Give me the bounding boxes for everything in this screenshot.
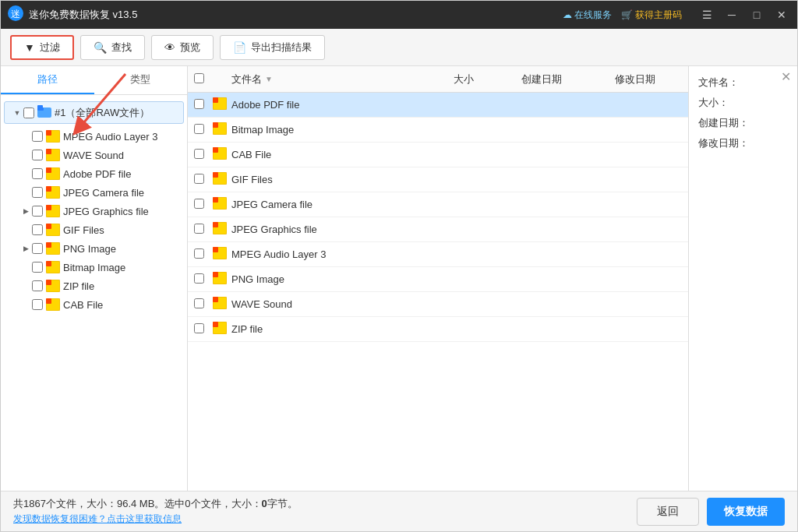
tree-item[interactable]: GIF Files bbox=[1, 220, 187, 239]
svg-rect-46 bbox=[213, 322, 218, 327]
table-row[interactable]: JPEG Graphics file bbox=[188, 217, 688, 242]
svg-rect-6 bbox=[37, 105, 43, 108]
table-row[interactable]: ZIP file bbox=[188, 317, 688, 342]
tree-item-label: WAVE Sound bbox=[63, 150, 124, 161]
search-button[interactable]: 🔍 查找 bbox=[80, 35, 145, 60]
table-row[interactable]: CAB File bbox=[188, 143, 688, 167]
tree-item-checkbox[interactable] bbox=[32, 299, 43, 310]
file-row-icon bbox=[213, 322, 231, 336]
tab-path[interactable]: 路径 bbox=[1, 66, 94, 94]
file-name: Bitmap Image bbox=[231, 124, 433, 136]
info-size-label: 大小： bbox=[698, 96, 788, 110]
tree-item[interactable]: Adobe PDF file bbox=[1, 164, 187, 183]
left-panel: 路径 类型 #1（全部RAW文件） MPEG Audio Layer 3 WAV… bbox=[1, 66, 188, 491]
svg-rect-22 bbox=[46, 261, 51, 266]
file-type-icon bbox=[46, 242, 60, 255]
header-created: 创建日期 bbox=[495, 72, 588, 86]
header-name: 文件名 ▼ bbox=[231, 72, 433, 86]
tree-expand-root[interactable] bbox=[11, 107, 23, 119]
filter-button[interactable]: ▼ 过滤 bbox=[10, 35, 74, 60]
preview-button[interactable]: 👁 预览 bbox=[151, 35, 214, 60]
tree-expand-icon bbox=[19, 261, 32, 273]
file-list-header: 文件名 ▼ 大小 创建日期 修改日期 bbox=[188, 66, 688, 93]
filter-icon: ▼ bbox=[24, 41, 35, 54]
info-close-button[interactable]: ✕ bbox=[781, 69, 791, 84]
online-service-button[interactable]: ☁ 在线服务 bbox=[563, 9, 612, 22]
tree-expand-icon[interactable] bbox=[19, 205, 32, 217]
tree-item[interactable]: PNG Image bbox=[1, 239, 187, 258]
content-area: 路径 类型 #1（全部RAW文件） MPEG Audio Layer 3 WAV… bbox=[1, 66, 797, 491]
sort-icon[interactable]: ▼ bbox=[265, 75, 273, 83]
svg-rect-20 bbox=[46, 242, 51, 248]
back-button[interactable]: 返回 bbox=[637, 498, 699, 526]
file-row-icon bbox=[213, 222, 231, 237]
select-all-checkbox[interactable] bbox=[194, 73, 204, 83]
tab-type[interactable]: 类型 bbox=[94, 66, 188, 94]
table-row[interactable]: Adobe PDF file bbox=[188, 93, 688, 118]
tree-item-checkbox[interactable] bbox=[32, 187, 43, 198]
tree-item-checkbox[interactable] bbox=[32, 168, 43, 179]
table-row[interactable]: GIF Files bbox=[188, 167, 688, 192]
tree-item-checkbox[interactable] bbox=[32, 262, 43, 273]
table-row[interactable]: PNG Image bbox=[188, 267, 688, 292]
file-checkbox[interactable] bbox=[194, 174, 204, 184]
menu-button[interactable]: ☰ bbox=[697, 5, 716, 24]
tree-checkbox-root[interactable] bbox=[23, 107, 34, 118]
tree-item[interactable]: CAB File bbox=[1, 295, 187, 314]
tree-item-label: PNG Image bbox=[63, 243, 116, 255]
search-icon: 🔍 bbox=[94, 41, 107, 54]
cart-icon: 🛒 bbox=[621, 9, 633, 20]
file-checkbox[interactable] bbox=[194, 248, 204, 259]
tree-item[interactable]: WAVE Sound bbox=[1, 146, 187, 164]
tree-item-checkbox[interactable] bbox=[32, 243, 43, 254]
tree-item[interactable]: Bitmap Image bbox=[1, 258, 187, 277]
export-icon: 📄 bbox=[233, 41, 246, 54]
file-checkbox[interactable] bbox=[194, 149, 204, 159]
app-title: 迷你免费数据恢复 v13.5 bbox=[29, 8, 563, 22]
tree-item[interactable]: MPEG Audio Layer 3 bbox=[1, 127, 187, 146]
file-checkbox[interactable] bbox=[194, 273, 204, 284]
table-row[interactable]: Bitmap Image bbox=[188, 118, 688, 143]
file-name: JPEG Graphics file bbox=[231, 224, 433, 235]
tree-children: MPEG Audio Layer 3 WAVE Sound Adobe PDF … bbox=[1, 127, 187, 314]
register-button[interactable]: 🛒 获得主册码 bbox=[621, 9, 682, 22]
file-checkbox[interactable] bbox=[194, 224, 204, 234]
tree-expand-icon[interactable] bbox=[19, 242, 32, 255]
tree-item[interactable]: JPEG Graphics file bbox=[1, 202, 187, 220]
file-checkbox[interactable] bbox=[194, 124, 204, 134]
svg-rect-42 bbox=[213, 272, 218, 277]
tree-item-label: JPEG Camera file bbox=[63, 187, 144, 199]
close-button[interactable]: ✕ bbox=[772, 5, 791, 24]
tree-item-label: GIF Files bbox=[63, 224, 104, 236]
file-type-icon bbox=[46, 205, 60, 217]
table-row[interactable]: WAVE Sound bbox=[188, 292, 688, 317]
maximize-button[interactable]: □ bbox=[747, 5, 766, 24]
file-checkbox[interactable] bbox=[194, 99, 204, 109]
svg-rect-26 bbox=[46, 298, 51, 304]
tree-item[interactable]: JPEG Camera file bbox=[1, 183, 187, 202]
svg-rect-38 bbox=[213, 222, 218, 227]
tree-item-checkbox[interactable] bbox=[32, 206, 43, 217]
file-type-icon bbox=[46, 186, 60, 199]
svg-rect-8 bbox=[46, 130, 51, 136]
info-modified-label: 修改日期： bbox=[698, 136, 788, 150]
file-checkbox[interactable] bbox=[194, 323, 204, 333]
tree-item-checkbox[interactable] bbox=[32, 280, 43, 291]
tree-item[interactable]: ZIP file bbox=[1, 277, 187, 295]
file-checkbox[interactable] bbox=[194, 199, 204, 209]
table-row[interactable]: MPEG Audio Layer 3 bbox=[188, 242, 688, 267]
file-row-icon bbox=[213, 172, 231, 187]
file-name: MPEG Audio Layer 3 bbox=[231, 248, 433, 260]
minimize-button[interactable]: ─ bbox=[722, 5, 741, 24]
info-filename-label: 文件名： bbox=[698, 76, 788, 90]
recover-button[interactable]: 恢复数据 bbox=[707, 498, 785, 526]
tree-item-checkbox[interactable] bbox=[32, 131, 43, 142]
svg-rect-36 bbox=[213, 197, 218, 203]
export-button[interactable]: 📄 导出扫描结果 bbox=[220, 35, 325, 60]
tree-item-checkbox[interactable] bbox=[32, 224, 43, 235]
status-link[interactable]: 发现数据恢复很困难？点击这里获取信息 bbox=[13, 513, 298, 526]
table-row[interactable]: JPEG Camera file bbox=[188, 192, 688, 217]
tree-root-item[interactable]: #1（全部RAW文件） bbox=[4, 101, 184, 124]
file-checkbox[interactable] bbox=[194, 298, 204, 308]
tree-item-checkbox[interactable] bbox=[32, 150, 43, 160]
